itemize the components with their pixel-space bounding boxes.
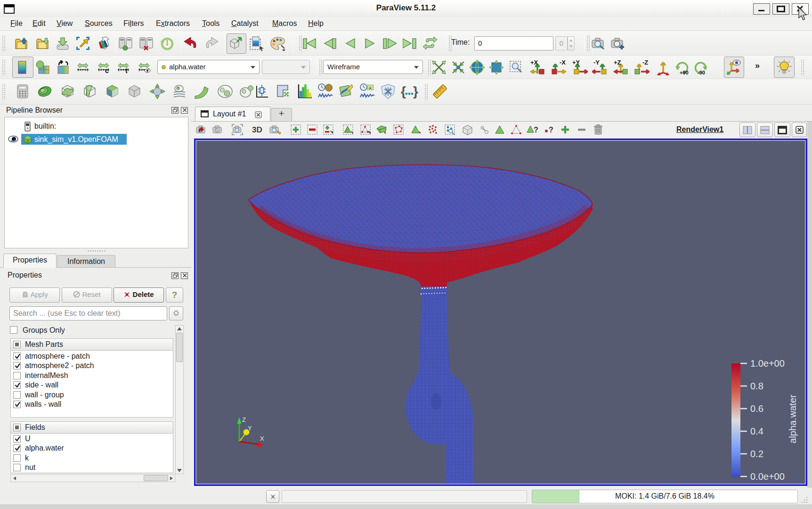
svg-text:?: ? bbox=[549, 126, 553, 134]
svg-text:-Y: -Y bbox=[593, 59, 600, 66]
svg-text:?: ? bbox=[534, 126, 538, 134]
svg-text:+Y: +Y bbox=[572, 59, 580, 66]
svg-text:}: } bbox=[413, 84, 418, 99]
svg-text:builtin:: builtin: bbox=[34, 122, 56, 130]
svg-text:3D: 3D bbox=[252, 125, 262, 134]
svg-text:0.0e+00: 0.0e+00 bbox=[750, 471, 785, 482]
svg-text:X: X bbox=[260, 435, 264, 442]
svg-text:+X: +X bbox=[530, 59, 538, 66]
svg-text:+90: +90 bbox=[680, 70, 689, 75]
svg-text:sink_sim_v1.OpenFOAM: sink_sim_v1.OpenFOAM bbox=[34, 135, 118, 144]
svg-text:0.2: 0.2 bbox=[750, 449, 763, 459]
svg-text:alpha.water: alpha.water bbox=[788, 394, 798, 443]
svg-text:-90: -90 bbox=[698, 70, 705, 75]
svg-text:Z: Z bbox=[242, 416, 246, 423]
svg-text:-X: -X bbox=[560, 59, 566, 66]
svg-text:c: c bbox=[105, 67, 109, 73]
svg-text:0.6: 0.6 bbox=[750, 403, 763, 414]
svg-text:0.8: 0.8 bbox=[750, 381, 763, 391]
svg-text:+Z: +Z bbox=[614, 59, 621, 66]
svg-text:-Z: -Z bbox=[642, 59, 648, 66]
svg-text:1.0e+00: 1.0e+00 bbox=[750, 358, 785, 369]
svg-text:{: { bbox=[401, 84, 406, 99]
svg-text:0.4: 0.4 bbox=[750, 426, 763, 436]
svg-text:Y: Y bbox=[248, 425, 252, 432]
svg-text:t: t bbox=[125, 67, 128, 73]
